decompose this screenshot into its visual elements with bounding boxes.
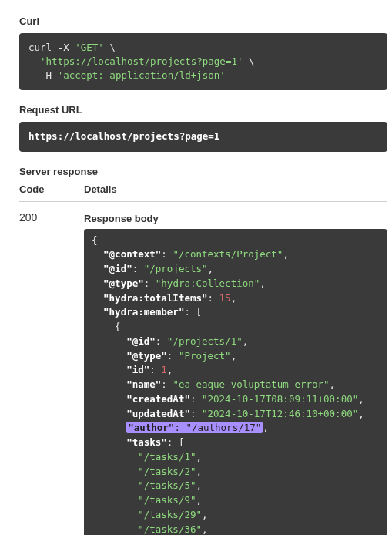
response-table-header: Code Details — [19, 183, 387, 202]
curl-url: 'https://localhost/projects?page=1' — [40, 56, 243, 67]
curl-cmd: curl -X — [28, 42, 75, 53]
request-url-block: https://localhost/projects?page=1 — [19, 122, 387, 151]
status-code: 200 — [19, 210, 84, 224]
curl-indent2 — [28, 56, 40, 67]
curl-method: 'GET' — [75, 42, 104, 53]
code-column-header: Code — [19, 183, 84, 195]
response-body-json: { "@context": "/contexts/Project", "@id"… — [84, 229, 387, 536]
details-column-header: Details — [84, 183, 387, 195]
curl-section-title: Curl — [19, 15, 387, 27]
request-url-value: https://localhost/projects?page=1 — [28, 130, 219, 142]
curl-bs1: \ — [104, 42, 116, 53]
response-details: Response body { "@context": "/contexts/P… — [84, 210, 387, 536]
curl-code-block: curl -X 'GET' \ 'https://localhost/proje… — [19, 33, 387, 90]
response-body-title: Response body — [84, 213, 387, 224]
curl-indent3: -H — [28, 69, 58, 81]
request-url-title: Request URL — [19, 104, 387, 116]
response-row: 200 Response body { "@context": "/contex… — [19, 210, 387, 536]
curl-bs2: \ — [243, 56, 254, 67]
curl-accept: 'accept: application/ld+json' — [58, 69, 226, 81]
server-response-title: Server response — [19, 166, 387, 177]
